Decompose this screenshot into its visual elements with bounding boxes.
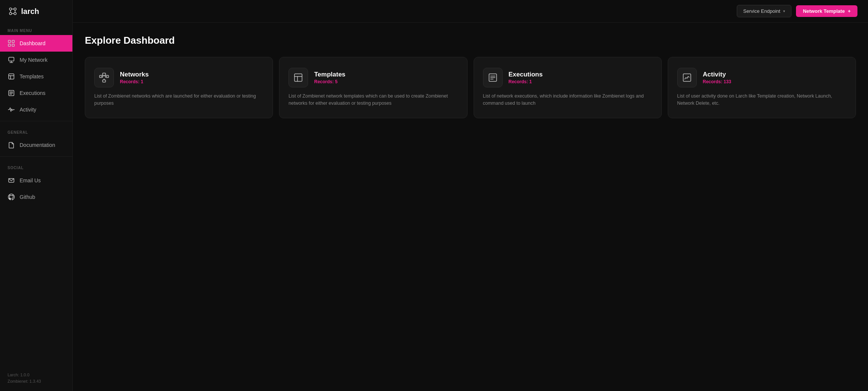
sidebar-item-executions[interactable]: Executions <box>0 85 72 101</box>
topbar: Service Endpoint ▾ Network Template + <box>73 0 868 23</box>
logo-text: larch <box>21 7 39 16</box>
logo: larch <box>0 0 72 23</box>
card-records: Records: 5 <box>314 79 345 84</box>
larch-version: Larch: 1.0.0 <box>8 372 65 379</box>
card-header: Activity Records: 133 <box>677 68 847 87</box>
activity-card-icon <box>677 68 697 87</box>
dashboard-icon <box>8 40 15 47</box>
svg-rect-24 <box>103 73 106 75</box>
executions-icon <box>8 89 15 97</box>
svg-point-1 <box>14 8 16 10</box>
main-content: Service Endpoint ▾ Network Template + Ex… <box>73 0 868 391</box>
email-icon <box>8 177 15 184</box>
card-title-group: Activity Records: 133 <box>703 71 731 84</box>
card-templates[interactable]: Templates Records: 5 List of Zombienet n… <box>279 57 467 118</box>
card-activity[interactable]: Activity Records: 133 List of user activ… <box>668 57 856 118</box>
svg-rect-15 <box>9 74 14 79</box>
social-label: SOCIAL <box>0 160 72 172</box>
networks-card-icon <box>94 68 114 87</box>
svg-point-2 <box>9 12 12 15</box>
svg-rect-11 <box>12 44 14 46</box>
my-network-icon <box>8 56 15 64</box>
activity-icon <box>8 106 15 113</box>
svg-point-0 <box>9 8 12 10</box>
sidebar-item-email-us[interactable]: Email Us <box>0 172 72 189</box>
sidebar-item-dashboard[interactable]: Dashboard <box>0 35 72 52</box>
sidebar-item-label: Dashboard <box>20 40 46 46</box>
general-label: GENERAL <box>0 124 72 137</box>
svg-point-3 <box>14 12 16 15</box>
svg-rect-25 <box>103 80 106 82</box>
card-title-group: Networks Records: 1 <box>120 71 149 84</box>
sidebar-item-label: Activity <box>20 107 36 113</box>
sidebar-item-label: My Network <box>20 57 48 63</box>
page-title: Explore Dashboard <box>85 35 856 46</box>
sidebar-nav: MAIN MENU Dashboard <box>0 23 72 367</box>
card-records: Records: 1 <box>509 79 543 84</box>
templates-icon <box>8 73 15 80</box>
card-title: Activity <box>703 71 731 78</box>
executions-card-icon <box>483 68 503 87</box>
sidebar-item-my-network[interactable]: My Network <box>0 52 72 68</box>
network-template-label: Network Template <box>803 8 845 14</box>
sidebar: larch MAIN MENU Dashboard <box>0 0 73 391</box>
sidebar-item-activity[interactable]: Activity <box>0 101 72 118</box>
card-title: Networks <box>120 71 149 78</box>
dashboard-cards: Networks Records: 1 List of Zombienet ne… <box>85 57 856 118</box>
svg-rect-38 <box>683 74 691 81</box>
svg-rect-9 <box>12 40 14 43</box>
svg-rect-31 <box>294 74 302 81</box>
sidebar-item-label: Executions <box>20 90 45 96</box>
github-icon <box>8 193 15 201</box>
svg-rect-8 <box>8 40 11 43</box>
documentation-icon <box>8 141 15 149</box>
card-header: Templates Records: 5 <box>288 68 458 87</box>
sidebar-item-label: Github <box>20 194 35 200</box>
plus-icon: + <box>848 8 851 14</box>
card-title-group: Templates Records: 5 <box>314 71 345 84</box>
card-description: List of Zombienet network templates whic… <box>288 93 458 107</box>
card-executions[interactable]: Executions Records: 1 List of network ex… <box>474 57 662 118</box>
page-content: Explore Dashboard <box>73 23 868 391</box>
card-description: List of network executions, which includ… <box>483 93 652 107</box>
sidebar-item-templates[interactable]: Templates <box>0 68 72 85</box>
card-records: Records: 1 <box>120 79 149 84</box>
sidebar-footer: Larch: 1.0.0 Zombienet: 1.3.43 <box>0 367 72 391</box>
sidebar-item-label: Templates <box>20 73 44 79</box>
card-description: List of user activity done on Larch like… <box>677 93 847 107</box>
network-template-button[interactable]: Network Template + <box>796 5 857 17</box>
svg-rect-10 <box>8 44 11 46</box>
sidebar-item-github[interactable]: Github <box>0 189 72 205</box>
card-description: List of Zombienet networks which are lau… <box>94 93 264 107</box>
card-header: Executions Records: 1 <box>483 68 652 87</box>
card-title-group: Executions Records: 1 <box>509 71 543 84</box>
sidebar-item-documentation[interactable]: Documentation <box>0 137 72 153</box>
card-title: Templates <box>314 71 345 78</box>
svg-rect-12 <box>9 57 14 61</box>
service-endpoint-label: Service Endpoint <box>743 8 780 14</box>
card-header: Networks Records: 1 <box>94 68 264 87</box>
sidebar-item-label: Email Us <box>20 177 41 183</box>
sidebar-item-label: Documentation <box>20 142 55 148</box>
zombienet-version: Zombienet: 1.3.43 <box>8 378 65 385</box>
card-networks[interactable]: Networks Records: 1 List of Zombienet ne… <box>85 57 273 118</box>
templates-card-icon <box>288 68 308 87</box>
chevron-down-icon: ▾ <box>783 9 785 13</box>
service-endpoint-button[interactable]: Service Endpoint ▾ <box>737 5 791 17</box>
main-menu-label: MAIN MENU <box>0 23 72 35</box>
card-records: Records: 133 <box>703 79 731 84</box>
card-title: Executions <box>509 71 543 78</box>
